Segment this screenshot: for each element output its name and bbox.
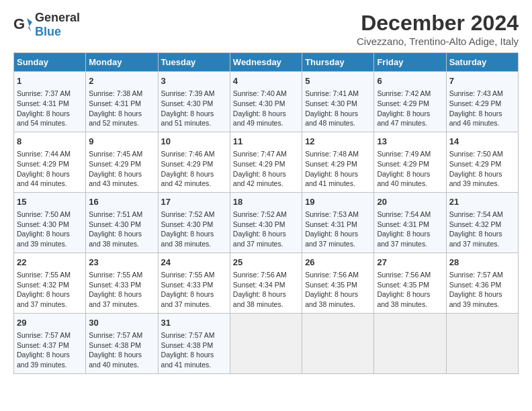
sunset: Sunset: 4:30 PM [161, 220, 214, 228]
sunset: Sunset: 4:35 PM [377, 281, 429, 289]
sunset: Sunset: 4:36 PM [449, 281, 502, 289]
daylight: Daylight: 8 hours and 38 minutes. [305, 290, 358, 308]
svg-marker-1 [27, 18, 32, 32]
sunset: Sunset: 4:30 PM [233, 220, 285, 228]
calendar-cell: 15Sunrise: 7:50 AMSunset: 4:30 PMDayligh… [14, 192, 86, 253]
week-row-4: 22Sunrise: 7:55 AMSunset: 4:32 PMDayligh… [14, 253, 519, 313]
col-header-thursday: Thursday [302, 53, 374, 72]
day-number: 19 [305, 196, 371, 208]
sunset: Sunset: 4:29 PM [449, 160, 502, 168]
sunset: Sunset: 4:31 PM [89, 99, 141, 107]
col-header-saturday: Saturday [446, 53, 518, 72]
day-number: 27 [377, 257, 443, 269]
daylight: Daylight: 8 hours and 40 minutes. [89, 351, 142, 369]
title-section: December 2024 Civezzano, Trentino-Alto A… [357, 11, 519, 47]
calendar-cell: 9Sunrise: 7:45 AMSunset: 4:29 PMDaylight… [86, 132, 158, 192]
sunrise: Sunrise: 7:54 AM [449, 210, 503, 218]
sunset: Sunset: 4:30 PM [305, 99, 357, 107]
daylight: Daylight: 8 hours and 39 minutes. [449, 290, 502, 308]
day-number: 23 [89, 257, 154, 269]
calendar-header-row: SundayMondayTuesdayWednesdayThursdayFrid… [14, 53, 519, 72]
day-number: 12 [305, 136, 371, 148]
day-number: 16 [89, 196, 154, 208]
daylight: Daylight: 8 hours and 37 minutes. [233, 230, 286, 248]
daylight: Daylight: 8 hours and 42 minutes. [233, 170, 286, 188]
calendar-table: SundayMondayTuesdayWednesdayThursdayFrid… [13, 52, 519, 374]
daylight: Daylight: 8 hours and 38 minutes. [377, 290, 430, 308]
week-row-2: 8Sunrise: 7:44 AMSunset: 4:29 PMDaylight… [14, 132, 519, 192]
sunrise: Sunrise: 7:40 AM [233, 89, 287, 97]
daylight: Daylight: 8 hours and 37 minutes. [449, 230, 502, 248]
daylight: Daylight: 8 hours and 46 minutes. [449, 109, 502, 128]
day-number: 22 [17, 257, 83, 269]
col-header-friday: Friday [374, 53, 446, 72]
sunset: Sunset: 4:32 PM [17, 281, 69, 289]
day-number: 11 [233, 136, 299, 148]
daylight: Daylight: 8 hours and 43 minutes. [89, 170, 142, 188]
calendar-cell: 19Sunrise: 7:53 AMSunset: 4:31 PMDayligh… [302, 192, 374, 253]
daylight: Daylight: 8 hours and 54 minutes. [17, 109, 70, 128]
day-number: 17 [161, 196, 227, 208]
day-number: 5 [305, 75, 371, 87]
logo-text: General Blue [35, 11, 80, 39]
calendar-cell: 23Sunrise: 7:55 AMSunset: 4:33 PMDayligh… [86, 253, 158, 313]
daylight: Daylight: 8 hours and 51 minutes. [161, 109, 214, 128]
sunset: Sunset: 4:29 PM [377, 160, 429, 168]
sunset: Sunset: 4:29 PM [377, 99, 429, 107]
calendar-cell: 27Sunrise: 7:56 AMSunset: 4:35 PMDayligh… [374, 253, 446, 313]
day-number: 3 [161, 75, 227, 87]
calendar-cell: 17Sunrise: 7:52 AMSunset: 4:30 PMDayligh… [158, 192, 230, 253]
sunrise: Sunrise: 7:44 AM [17, 150, 71, 158]
calendar-cell: 12Sunrise: 7:48 AMSunset: 4:29 PMDayligh… [302, 132, 374, 192]
sunrise: Sunrise: 7:53 AM [305, 210, 359, 218]
calendar-cell: 5Sunrise: 7:41 AMSunset: 4:30 PMDaylight… [302, 72, 374, 132]
sunset: Sunset: 4:29 PM [161, 160, 214, 168]
daylight: Daylight: 8 hours and 37 minutes. [17, 290, 70, 308]
daylight: Daylight: 8 hours and 39 minutes. [17, 351, 70, 369]
calendar-cell: 13Sunrise: 7:49 AMSunset: 4:29 PMDayligh… [374, 132, 446, 192]
calendar-cell [374, 313, 446, 373]
day-number: 8 [17, 136, 83, 148]
sunrise: Sunrise: 7:52 AM [161, 210, 215, 218]
calendar-cell [230, 313, 302, 373]
sunset: Sunset: 4:38 PM [89, 341, 141, 349]
calendar-cell: 26Sunrise: 7:56 AMSunset: 4:35 PMDayligh… [302, 253, 374, 313]
calendar-cell: 14Sunrise: 7:50 AMSunset: 4:29 PMDayligh… [446, 132, 518, 192]
day-number: 29 [17, 317, 83, 329]
svg-text:G: G [13, 15, 25, 32]
calendar-cell: 3Sunrise: 7:39 AMSunset: 4:30 PMDaylight… [158, 72, 230, 132]
sunrise: Sunrise: 7:42 AM [377, 89, 431, 97]
calendar-cell [446, 313, 518, 373]
day-number: 24 [161, 257, 227, 269]
sunset: Sunset: 4:33 PM [161, 281, 214, 289]
logo-blue: Blue [35, 25, 61, 38]
sunrise: Sunrise: 7:41 AM [305, 89, 359, 97]
day-number: 10 [161, 136, 227, 148]
logo-general: General [35, 11, 80, 24]
daylight: Daylight: 8 hours and 37 minutes. [377, 230, 430, 248]
daylight: Daylight: 8 hours and 41 minutes. [161, 351, 214, 369]
daylight: Daylight: 8 hours and 38 minutes. [161, 230, 214, 248]
calendar-cell: 28Sunrise: 7:57 AMSunset: 4:36 PMDayligh… [446, 253, 518, 313]
calendar-cell: 11Sunrise: 7:47 AMSunset: 4:29 PMDayligh… [230, 132, 302, 192]
sunset: Sunset: 4:29 PM [233, 160, 285, 168]
sunrise: Sunrise: 7:45 AM [89, 150, 142, 158]
sunset: Sunset: 4:31 PM [17, 99, 69, 107]
sunrise: Sunrise: 7:50 AM [17, 210, 71, 218]
page-container: G General Blue December 2024 Civezzano, … [0, 0, 532, 381]
day-number: 21 [449, 196, 515, 208]
day-number: 4 [233, 75, 299, 87]
sunrise: Sunrise: 7:37 AM [17, 89, 71, 97]
calendar-cell: 22Sunrise: 7:55 AMSunset: 4:32 PMDayligh… [14, 253, 86, 313]
calendar-cell: 29Sunrise: 7:57 AMSunset: 4:37 PMDayligh… [14, 313, 86, 373]
day-number: 6 [377, 75, 443, 87]
calendar-cell: 2Sunrise: 7:38 AMSunset: 4:31 PMDaylight… [86, 72, 158, 132]
day-number: 13 [377, 136, 443, 148]
sunset: Sunset: 4:35 PM [305, 281, 357, 289]
col-header-monday: Monday [86, 53, 158, 72]
day-number: 20 [377, 196, 443, 208]
calendar-cell: 30Sunrise: 7:57 AMSunset: 4:38 PMDayligh… [86, 313, 158, 373]
day-number: 31 [161, 317, 227, 329]
sunrise: Sunrise: 7:55 AM [17, 271, 71, 279]
sunrise: Sunrise: 7:39 AM [161, 89, 215, 97]
